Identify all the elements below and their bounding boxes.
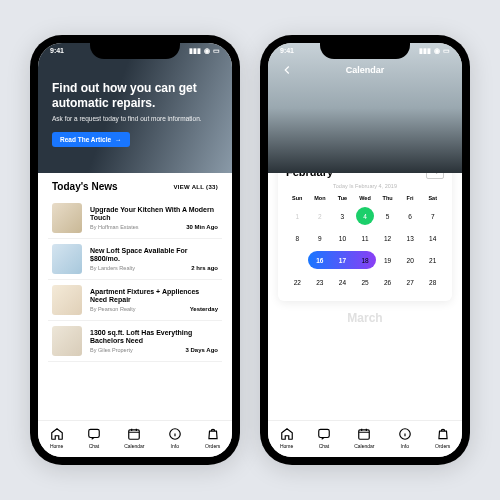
weekday: Wed	[354, 195, 377, 201]
status-indicators: ▮▮▮ ◉ ▭	[189, 47, 220, 55]
signal-icon: ▮▮▮	[189, 47, 201, 55]
status-time: 9:41	[280, 47, 294, 55]
nav-info[interactable]: Info	[398, 427, 412, 449]
day[interactable]: 11	[354, 235, 377, 242]
news-author: By Giles Property	[90, 347, 133, 353]
weekday: Fri	[399, 195, 422, 201]
day[interactable]: 18	[354, 257, 377, 264]
day[interactable]: 6	[399, 213, 422, 220]
day[interactable]: 19	[376, 257, 399, 264]
battery-icon: ▭	[213, 47, 220, 55]
day[interactable]: 12	[376, 235, 399, 242]
news-list: Upgrade Your Kitchen With A Modern Touch…	[38, 198, 232, 420]
wifi-icon: ◉	[434, 47, 440, 55]
notch	[90, 43, 180, 59]
day-range-end[interactable]: 17	[331, 257, 354, 264]
day-today[interactable]: 4	[356, 207, 374, 225]
weekday: Tue	[331, 195, 354, 201]
nav-label: Calendar	[354, 443, 374, 449]
day[interactable]: 23	[309, 279, 332, 286]
day-range-start[interactable]: 15	[286, 257, 309, 264]
cta-label: Read The Article	[60, 136, 111, 143]
day[interactable]: 21	[421, 257, 444, 264]
arrow-right-icon: →	[115, 136, 122, 143]
day[interactable]: 2	[309, 213, 332, 220]
news-item[interactable]: Apartment Fixtures + Appliences Need Rep…	[48, 280, 222, 321]
back-button[interactable]	[280, 63, 294, 77]
news-thumbnail	[52, 326, 82, 356]
day[interactable]: 24	[331, 279, 354, 286]
bottom-nav: Home Chat Calendar Info Orders	[268, 420, 462, 457]
news-meta: By Giles Property 3 Days Ago	[90, 347, 218, 353]
nav-orders[interactable]: Orders	[205, 427, 220, 449]
phone-left: 9:41 ▮▮▮ ◉ ▭ Find out how you can get au…	[30, 35, 240, 465]
chevron-left-icon	[280, 63, 294, 77]
news-item[interactable]: 1300 sq.ft. Loft Has Everything Bachelor…	[48, 321, 222, 362]
signal-icon: ▮▮▮	[419, 47, 431, 55]
hero-title: Find out how you can get automatic repai…	[52, 81, 218, 111]
screen-title: Calendar	[346, 65, 385, 75]
nav-calendar[interactable]: Calendar	[124, 427, 144, 449]
news-time: 2 hrs ago	[191, 265, 218, 271]
wifi-icon: ◉	[204, 47, 210, 55]
svg-rect-0	[89, 429, 100, 437]
day[interactable]: 7	[421, 213, 444, 220]
nav-label: Home	[50, 443, 63, 449]
day[interactable]: 8	[286, 235, 309, 242]
news-item[interactable]: Upgrade Your Kitchen With A Modern Touch…	[48, 198, 222, 239]
day[interactable]: 25	[354, 279, 377, 286]
month-grid: 1 2 3 4 5 6 7 8 9 10 11 12 13 14 15 16 1…	[286, 205, 444, 293]
battery-icon: ▭	[443, 47, 450, 55]
news-body: 1300 sq.ft. Loft Has Everything Bachelor…	[90, 326, 218, 356]
nav-label: Chat	[89, 443, 100, 449]
day[interactable]: 13	[399, 235, 422, 242]
next-month-label: March	[268, 311, 462, 325]
read-article-button[interactable]: Read The Article →	[52, 132, 130, 147]
weekday: Sun	[286, 195, 309, 201]
news-meta: By Landers Realty 2 hrs ago	[90, 265, 218, 271]
chat-icon	[317, 427, 331, 441]
news-meta: By Pearson Realty Yesterday	[90, 306, 218, 312]
nav-label: Calendar	[124, 443, 144, 449]
day[interactable]: 22	[286, 279, 309, 286]
info-icon	[168, 427, 182, 441]
day[interactable]: 10	[331, 235, 354, 242]
day-in-range[interactable]: 16	[309, 257, 332, 264]
today-line: Today Is February 4, 2019	[286, 183, 444, 189]
weekday-row: Sun Mon Tue Wed Thu Fri Sat	[286, 195, 444, 201]
news-body: New Loft Space Available For $800/mo. By…	[90, 244, 218, 274]
day[interactable]: 5	[376, 213, 399, 220]
day[interactable]: 14	[421, 235, 444, 242]
news-author: By Landers Realty	[90, 265, 135, 271]
news-thumbnail	[52, 203, 82, 233]
svg-rect-3	[319, 429, 330, 437]
view-all-link[interactable]: VIEW ALL (33)	[173, 184, 218, 190]
day[interactable]: 9	[309, 235, 332, 242]
day[interactable]: 1	[286, 213, 309, 220]
news-time: Yesterday	[190, 306, 218, 312]
nav-chat[interactable]: Chat	[87, 427, 101, 449]
svg-rect-4	[359, 430, 370, 439]
nav-home[interactable]: Home	[280, 427, 294, 449]
news-time: 3 Days Ago	[186, 347, 218, 353]
month-card: February → Today Is February 4, 2019 Sun…	[278, 155, 452, 301]
nav-info[interactable]: Info	[168, 427, 182, 449]
day[interactable]: 26	[376, 279, 399, 286]
home-icon	[280, 427, 294, 441]
nav-home[interactable]: Home	[50, 427, 64, 449]
screen-left: 9:41 ▮▮▮ ◉ ▭ Find out how you can get au…	[38, 43, 232, 457]
nav-chat[interactable]: Chat	[317, 427, 331, 449]
day[interactable]: 28	[421, 279, 444, 286]
news-meta: By Hoffman Estates 30 Min Ago	[90, 224, 218, 230]
day[interactable]: 3	[331, 213, 354, 220]
hero-banner: Find out how you can get automatic repai…	[38, 43, 232, 173]
nav-label: Home	[280, 443, 293, 449]
weekday: Thu	[376, 195, 399, 201]
day[interactable]: 27	[399, 279, 422, 286]
calendar-icon	[357, 427, 371, 441]
weekday: Sat	[421, 195, 444, 201]
day[interactable]: 20	[399, 257, 422, 264]
nav-orders[interactable]: Orders	[435, 427, 450, 449]
news-item[interactable]: New Loft Space Available For $800/mo. By…	[48, 239, 222, 280]
nav-calendar[interactable]: Calendar	[354, 427, 374, 449]
